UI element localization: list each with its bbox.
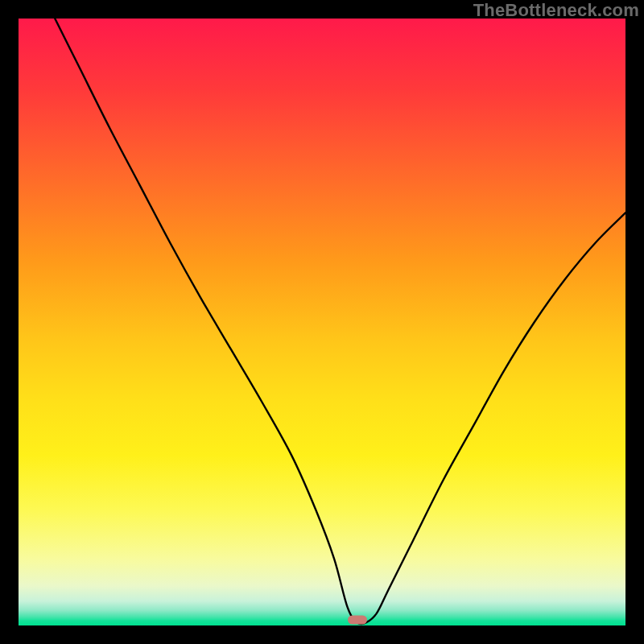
optimal-marker <box>348 616 367 625</box>
chart-plot-area <box>19 19 625 625</box>
bottleneck-curve <box>19 19 625 625</box>
watermark-text: TheBottleneck.com <box>473 0 639 21</box>
bottleneck-curve-path <box>55 19 625 624</box>
